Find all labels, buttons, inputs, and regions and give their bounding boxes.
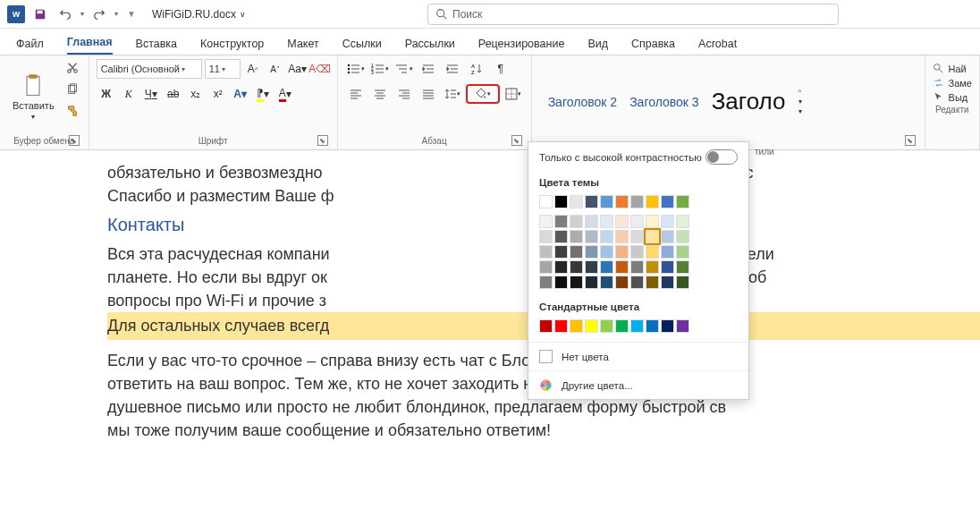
color-swatch[interactable] bbox=[646, 215, 659, 228]
color-swatch[interactable] bbox=[615, 245, 629, 259]
strike-button[interactable]: ab bbox=[164, 84, 183, 104]
clipboard-launcher[interactable]: ⬊ bbox=[69, 135, 80, 146]
color-swatch[interactable] bbox=[676, 245, 689, 259]
color-swatch[interactable] bbox=[539, 319, 553, 333]
select-button[interactable]: Выд bbox=[933, 91, 972, 103]
numbering-button[interactable]: 123▾ bbox=[369, 59, 391, 79]
color-swatch[interactable] bbox=[554, 245, 568, 259]
color-swatch[interactable] bbox=[600, 276, 613, 289]
styles-launcher[interactable]: ⬊ bbox=[905, 135, 916, 146]
show-marks-button[interactable]: ¶ bbox=[490, 59, 511, 79]
align-center-button[interactable] bbox=[369, 84, 391, 104]
tab-references[interactable]: Ссылки bbox=[342, 33, 382, 55]
clear-format-button[interactable]: A⌫ bbox=[310, 59, 330, 79]
paragraph-launcher[interactable]: ⬊ bbox=[511, 135, 522, 146]
color-swatch[interactable] bbox=[630, 319, 644, 333]
color-swatch[interactable] bbox=[615, 195, 629, 208]
shrink-font-button[interactable]: A˅ bbox=[266, 59, 285, 79]
color-swatch[interactable] bbox=[539, 260, 553, 274]
color-swatch[interactable] bbox=[570, 215, 583, 228]
multilevel-list-button[interactable]: ▾ bbox=[393, 59, 415, 79]
color-swatch[interactable] bbox=[554, 260, 568, 274]
tab-file[interactable]: Файл bbox=[16, 33, 44, 55]
increase-indent-button[interactable] bbox=[442, 59, 463, 79]
text-effects-button[interactable]: A▾ bbox=[231, 84, 250, 104]
color-swatch[interactable] bbox=[661, 276, 674, 289]
tab-layout[interactable]: Макет bbox=[287, 33, 318, 55]
color-swatch[interactable] bbox=[554, 230, 568, 243]
tab-insert[interactable]: Вставка bbox=[136, 33, 177, 55]
color-swatch[interactable] bbox=[539, 230, 553, 243]
color-swatch[interactable] bbox=[554, 276, 568, 289]
color-swatch[interactable] bbox=[539, 245, 553, 259]
color-swatch[interactable] bbox=[539, 195, 553, 208]
justify-button[interactable] bbox=[418, 84, 439, 104]
color-swatch[interactable] bbox=[646, 245, 659, 259]
search-input[interactable]: Поиск bbox=[427, 4, 839, 25]
line-spacing-button[interactable]: ▾ bbox=[442, 84, 463, 104]
color-swatch[interactable] bbox=[676, 230, 689, 243]
color-swatch[interactable] bbox=[630, 245, 644, 259]
color-swatch[interactable] bbox=[676, 260, 689, 274]
style-heading2[interactable]: Заголовок 2 bbox=[548, 95, 618, 109]
subscript-button[interactable]: x₂ bbox=[186, 84, 206, 104]
color-swatch[interactable] bbox=[585, 260, 598, 274]
color-swatch[interactable] bbox=[676, 319, 689, 333]
sort-button[interactable]: AZ bbox=[466, 59, 487, 79]
style-heading-big[interactable]: Заголо bbox=[712, 88, 786, 115]
color-swatch[interactable] bbox=[585, 276, 598, 289]
color-swatch[interactable] bbox=[661, 319, 674, 333]
color-swatch[interactable] bbox=[554, 319, 568, 333]
tab-home[interactable]: Главная bbox=[67, 31, 113, 55]
color-swatch[interactable] bbox=[661, 230, 674, 243]
color-swatch[interactable] bbox=[600, 260, 613, 274]
change-case-button[interactable]: Aa▾ bbox=[288, 59, 308, 79]
tab-view[interactable]: Вид bbox=[587, 33, 608, 55]
color-swatch[interactable] bbox=[554, 215, 568, 228]
color-swatch[interactable] bbox=[600, 245, 613, 259]
color-swatch[interactable] bbox=[585, 230, 598, 243]
color-swatch[interactable] bbox=[600, 319, 613, 333]
color-swatch[interactable] bbox=[646, 319, 659, 333]
color-swatch[interactable] bbox=[661, 260, 674, 274]
color-swatch[interactable] bbox=[661, 245, 674, 259]
color-swatch[interactable] bbox=[539, 276, 553, 289]
tab-design[interactable]: Конструктор bbox=[200, 33, 264, 55]
color-swatch[interactable] bbox=[570, 245, 583, 259]
no-color-item[interactable]: Нет цвета bbox=[528, 342, 748, 370]
decrease-indent-button[interactable] bbox=[418, 59, 439, 79]
color-swatch[interactable] bbox=[585, 319, 598, 333]
file-name[interactable]: WiFiGiD.RU.docx ∨ bbox=[152, 8, 246, 21]
superscript-button[interactable]: x² bbox=[208, 84, 228, 104]
color-swatch[interactable] bbox=[661, 195, 674, 208]
undo-button[interactable] bbox=[55, 4, 75, 24]
tab-review[interactable]: Рецензирование bbox=[478, 33, 565, 55]
color-swatch[interactable] bbox=[676, 215, 689, 228]
color-swatch[interactable] bbox=[676, 195, 689, 208]
styles-gallery-more[interactable]: ^▾▾ bbox=[798, 88, 802, 115]
color-swatch[interactable] bbox=[600, 195, 613, 208]
color-swatch[interactable] bbox=[646, 260, 659, 274]
color-swatch[interactable] bbox=[630, 195, 644, 208]
color-swatch[interactable] bbox=[630, 215, 644, 228]
color-swatch[interactable] bbox=[615, 215, 629, 228]
color-swatch[interactable] bbox=[615, 276, 629, 289]
style-heading3[interactable]: Заголовок 3 bbox=[629, 95, 699, 109]
highlight-button[interactable]: ⁋▾ bbox=[253, 84, 273, 104]
color-swatch[interactable] bbox=[615, 260, 629, 274]
underline-button[interactable]: Ч▾ bbox=[141, 84, 161, 104]
color-swatch[interactable] bbox=[630, 230, 644, 243]
color-swatch[interactable] bbox=[615, 319, 629, 333]
color-swatch[interactable] bbox=[539, 215, 553, 228]
color-swatch[interactable] bbox=[661, 215, 674, 228]
more-colors-item[interactable]: Другие цвета... bbox=[528, 370, 748, 399]
color-swatch[interactable] bbox=[570, 260, 583, 274]
paste-button[interactable]: Вставить ▾ bbox=[7, 59, 60, 134]
replace-button[interactable]: Заме bbox=[933, 77, 972, 89]
color-swatch[interactable] bbox=[600, 230, 613, 243]
italic-button[interactable]: К bbox=[119, 84, 139, 104]
redo-button[interactable] bbox=[89, 4, 109, 24]
color-swatch[interactable] bbox=[630, 276, 644, 289]
font-size-select[interactable]: 11▾ bbox=[205, 59, 241, 79]
color-swatch[interactable] bbox=[646, 276, 659, 289]
